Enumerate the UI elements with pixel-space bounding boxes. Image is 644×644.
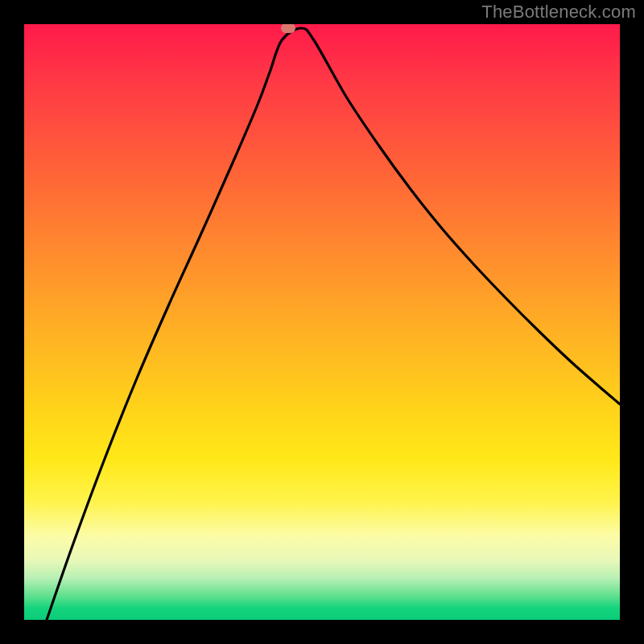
chart-frame: TheBottleneck.com (0, 0, 644, 644)
watermark-text: TheBottleneck.com (481, 2, 636, 23)
optimal-point-marker (281, 24, 295, 33)
bottleneck-curve (24, 24, 620, 620)
plot-area (24, 24, 620, 620)
